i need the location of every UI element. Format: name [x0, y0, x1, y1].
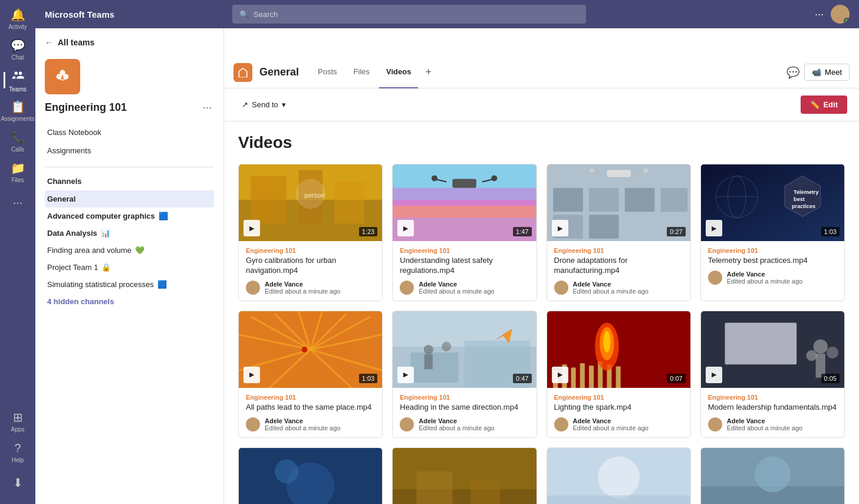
video-card-v8[interactable]: ▶ 0:05 Engineering 101 Modern leadership…: [700, 311, 845, 438]
team-link-class-notebook[interactable]: Class Notebook: [45, 123, 214, 141]
sidebar-item-help[interactable]: ? Help: [4, 438, 32, 466]
search-box[interactable]: 🔍: [232, 5, 586, 24]
video-card-v10[interactable]: [392, 447, 537, 504]
add-tab-button[interactable]: +: [420, 66, 436, 78]
videos-toolbar: ↗ Send to ▾ ✏️ Edit: [224, 88, 859, 121]
all-teams-back[interactable]: ← All teams: [35, 28, 223, 52]
author-name-v5: Adele Vance: [265, 417, 340, 424]
apps-icon: ⊞: [13, 410, 23, 424]
svg-rect-71: [616, 366, 620, 388]
search-input[interactable]: [254, 10, 579, 19]
video-info-v5: Engineering 101 All paths lead to the sa…: [239, 388, 382, 437]
all-teams-label: All teams: [58, 38, 94, 47]
sidebar-item-more[interactable]: ···: [4, 189, 32, 217]
author-row-v4: Adele Vance Edited about a minute ago: [708, 271, 837, 285]
sidebar-item-calls[interactable]: 📞 Calls: [4, 127, 32, 156]
author-name-v8: Adele Vance: [727, 417, 802, 424]
team-name: Engineering 101: [45, 101, 127, 114]
conversation-icon[interactable]: 💬: [786, 66, 799, 79]
channel-item-project-team[interactable]: Project Team 1 🔒: [45, 259, 214, 276]
video-title-v4: Telemetry best practices.mp4: [708, 256, 837, 266]
video-card-v1[interactable]: person ▶ 1:23 Engineering 101 Gyro calib…: [238, 164, 383, 301]
video-card-v4[interactable]: Telemetry best practices ▶ 1:03: [700, 164, 845, 301]
meet-button[interactable]: 📹 Meet: [804, 64, 850, 81]
author-avatar-v3: [554, 281, 568, 295]
channel-sim-badge: 🟦: [157, 280, 167, 289]
channel-item-advanced-cg[interactable]: Advanced computer graphics 🟦: [45, 207, 214, 225]
tab-videos[interactable]: Videos: [379, 57, 418, 88]
channel-finding-badge: 💚: [135, 246, 144, 255]
chat-icon: 💬: [11, 38, 25, 52]
video-card-v3[interactable]: ▶ 0:27 Engineering 101 Drone adaptations…: [547, 164, 691, 301]
video-thumb-v1: person ▶ 1:23: [239, 164, 382, 241]
apps-label: Apps: [11, 426, 25, 433]
duration-v1: 1:23: [359, 227, 377, 236]
user-avatar[interactable]: [831, 5, 850, 24]
sidebar-item-chat[interactable]: 💬 Chat: [4, 35, 32, 64]
channel-project-badge: 🔒: [101, 263, 111, 272]
video-thumb-v7: ▶ 0:07: [547, 311, 690, 388]
video-channel-v5: Engineering 101: [246, 394, 375, 401]
team-more-button[interactable]: ···: [200, 99, 214, 116]
channel-item-data-analysis[interactable]: Data Analysis 📊: [45, 225, 214, 242]
author-info-v5: Adele Vance Edited about a minute ago: [265, 417, 340, 431]
channel-name: General: [259, 66, 299, 78]
svg-rect-25: [588, 215, 618, 239]
chat-label: Chat: [11, 54, 24, 61]
sidebar-item-activity[interactable]: 🔔 Activity: [4, 5, 32, 33]
sidebar-item-files[interactable]: 📁 Files: [4, 158, 32, 186]
video-card-v6[interactable]: ▶ 0:47 Engineering 101 Heading in the sa…: [392, 311, 537, 438]
video-card-v5[interactable]: ▶ 1:03 Engineering 101 All paths lead to…: [238, 311, 383, 438]
video-channel-v7: Engineering 101: [554, 394, 683, 401]
duration-v2: 1:47: [513, 227, 531, 236]
svg-text:best: best: [794, 196, 805, 202]
channel-item-finding-area[interactable]: Finding area and volume 💚: [45, 242, 214, 259]
svg-rect-56: [411, 353, 459, 383]
send-to-button[interactable]: ↗ Send to ▾: [236, 97, 292, 113]
video-card-v7[interactable]: ▶ 0:07 Engineering 101 Lighting the spar…: [547, 311, 691, 438]
sidebar-item-apps[interactable]: ⊞ Apps: [4, 407, 32, 436]
video-card-v9[interactable]: [238, 447, 383, 504]
channel-item-general[interactable]: General: [45, 190, 214, 207]
top-bar: Microsoft Teams 🔍 ···: [35, 0, 859, 28]
video-card-v2[interactable]: ▶ 1:47 Engineering 101 Understanding lat…: [392, 164, 537, 301]
svg-point-74: [603, 331, 610, 352]
videos-grid-row-2: ▶ 1:03 Engineering 101 All paths lead to…: [238, 311, 845, 438]
more-options-button[interactable]: ···: [815, 8, 824, 21]
team-links: Class Notebook Assignments: [35, 121, 223, 162]
svg-rect-59: [424, 354, 433, 369]
channel-sim-label: Simulating statistical processes: [47, 280, 154, 289]
videos-grid-row-1: person ▶ 1:23 Engineering 101 Gyro calib…: [238, 164, 845, 301]
channel-item-simulating[interactable]: Simulating statistical processes 🟦: [45, 276, 214, 293]
more-icon: ···: [13, 196, 23, 209]
tab-posts[interactable]: Posts: [311, 57, 344, 88]
sidebar-item-assignments[interactable]: 📋 Assignments: [4, 97, 32, 125]
calls-icon: 📞: [11, 130, 25, 144]
video-title-v3: Drone adaptations for manufacturing.mp4: [554, 256, 683, 276]
tab-files[interactable]: Files: [347, 57, 377, 88]
edit-button[interactable]: ✏️ Edit: [801, 95, 847, 114]
channel-data-badge: 📊: [101, 229, 110, 238]
video-info-v8: Engineering 101 Modern leadership fundam…: [701, 388, 844, 437]
author-avatar-v8: [708, 417, 722, 431]
svg-text:practices: practices: [792, 203, 815, 209]
author-row-v2: Adele Vance Edited about a minute ago: [400, 281, 529, 295]
duration-v3: 0:27: [667, 227, 685, 236]
activity-label: Activity: [8, 24, 27, 30]
hidden-channels-button[interactable]: 4 hidden channels: [45, 293, 214, 310]
channel-tabs: Posts Files Videos +: [311, 57, 436, 88]
channel-adv-badge: 🟦: [159, 212, 168, 220]
svg-point-89: [598, 456, 640, 498]
sidebar-item-download[interactable]: ⬇: [4, 469, 32, 497]
video-card-v11[interactable]: [547, 447, 691, 504]
video-card-v12[interactable]: [700, 447, 845, 504]
video-channel-v3: Engineering 101: [554, 247, 683, 254]
calls-label: Calls: [11, 146, 24, 153]
videos-title: Videos: [238, 133, 845, 152]
sidebar-item-teams[interactable]: Teams: [4, 66, 32, 94]
channel-data-label: Data Analysis: [47, 229, 97, 238]
team-link-assignments[interactable]: Assignments: [45, 141, 214, 160]
channel-header: General Posts Files Videos + 💬 📹 Meet: [224, 57, 859, 88]
play-icon-v7: ▶: [552, 367, 568, 383]
svg-rect-66: [571, 367, 575, 388]
